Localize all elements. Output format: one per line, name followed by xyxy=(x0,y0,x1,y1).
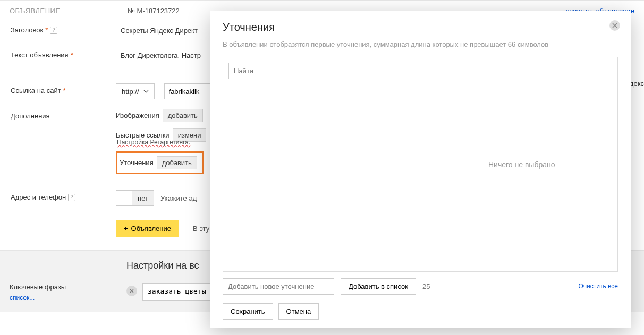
address-label: Адрес и телефон xyxy=(11,193,66,201)
protocol-value: http:// xyxy=(122,88,139,96)
required-marker: * xyxy=(63,87,66,95)
callouts-highlight: Уточнения добавить xyxy=(116,151,204,174)
keywords-list-link[interactable]: список... xyxy=(10,294,126,302)
site-link-label: Ссылка на сайт xyxy=(11,87,61,95)
callouts-modal: Уточнения В объявлении отобразятся первы… xyxy=(210,11,631,328)
add-ad-hint: В эту xyxy=(193,225,209,233)
keywords-label: Ключевые фразы xyxy=(10,283,126,291)
nothing-selected-text: Ничего не выбрано xyxy=(488,160,555,169)
images-label: Изображения xyxy=(116,111,159,119)
add-to-list-button[interactable]: Добавить в список xyxy=(341,278,416,295)
callouts-label: Уточнения xyxy=(120,159,154,167)
plus-icon: + xyxy=(124,225,128,233)
modal-description: В объявлении отобразятся первые уточнени… xyxy=(223,40,618,49)
char-counter: 25 xyxy=(422,282,430,290)
help-icon[interactable]: ? xyxy=(68,194,75,201)
ad-number: № М-187123722 xyxy=(128,7,180,15)
quicklinks-label: Быстрые ссылки xyxy=(116,131,170,139)
callouts-add-button[interactable]: добавить xyxy=(157,156,197,169)
modal-search-input[interactable] xyxy=(228,63,409,79)
additions-label: Дополнения xyxy=(11,112,50,120)
address-toggle[interactable]: нет xyxy=(116,190,154,206)
add-ad-label: Объявление xyxy=(131,225,171,233)
modal-close-button[interactable] xyxy=(609,20,620,31)
toggle-no-label: нет xyxy=(132,191,154,205)
save-button[interactable]: Сохранить xyxy=(223,303,273,320)
ad-text-label: Текст объявления xyxy=(11,51,69,59)
help-icon[interactable]: ? xyxy=(50,27,57,34)
address-hint: Укажите ад xyxy=(160,194,197,202)
section-label: ОБЪЯВЛЕНИЕ xyxy=(10,7,116,15)
add-callout-input[interactable] xyxy=(223,278,334,295)
modal-title: Уточнения xyxy=(223,21,618,33)
chevron-down-icon xyxy=(143,90,149,93)
toggle-empty xyxy=(116,191,132,205)
images-add-button[interactable]: добавить xyxy=(163,109,203,122)
cancel-button[interactable]: Отмена xyxy=(278,303,319,320)
remove-icon[interactable] xyxy=(126,286,137,296)
required-marker: * xyxy=(71,51,73,59)
title-label: Заголовок xyxy=(11,26,43,34)
protocol-select[interactable]: http:// xyxy=(116,83,155,99)
required-marker: * xyxy=(45,26,48,34)
clear-all-link[interactable]: Очистить все xyxy=(579,282,618,290)
add-ad-button[interactable]: + Объявление xyxy=(116,220,179,237)
